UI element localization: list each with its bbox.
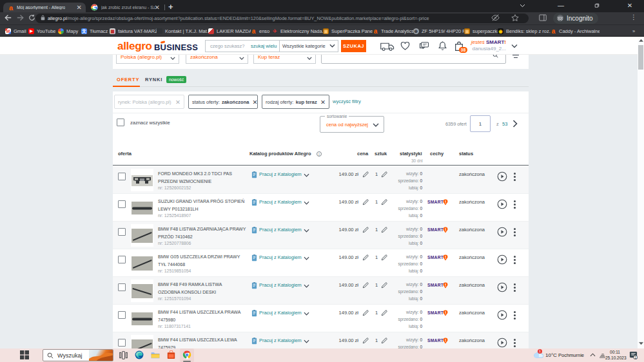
svg-text:1: 1 bbox=[634, 356, 636, 359]
